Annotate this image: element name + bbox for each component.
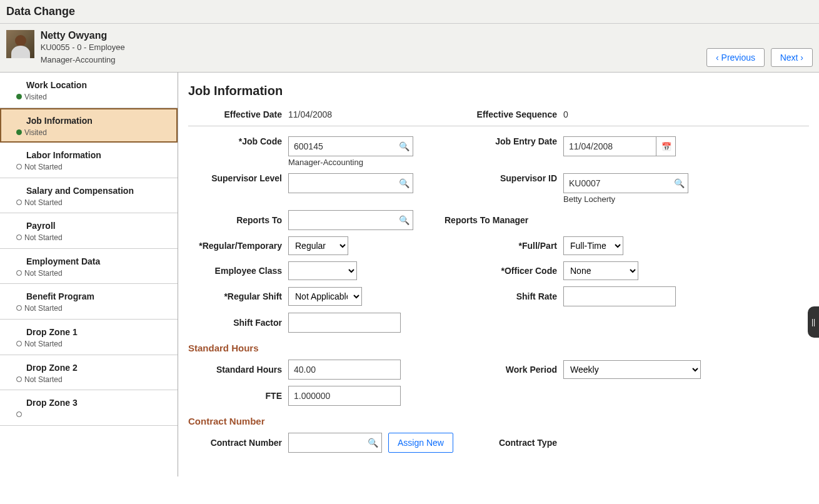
shift-rate-input[interactable] <box>563 286 676 306</box>
status-dot-icon <box>16 376 22 382</box>
shift-factor-input[interactable] <box>288 313 401 333</box>
officer-code-select[interactable]: None <box>563 261 638 280</box>
status-dot-icon <box>16 305 22 311</box>
section-title: Job Information <box>188 84 809 98</box>
avatar <box>6 30 34 58</box>
next-button[interactable]: Next › <box>771 48 813 67</box>
status-dot-icon <box>16 234 22 240</box>
person-job-title: Manager-Accounting <box>41 54 125 66</box>
contract-number-input[interactable] <box>288 433 382 453</box>
supervisor-name: Betty Locherty <box>563 194 701 204</box>
step-title: Drop Zone 1 <box>26 327 166 337</box>
sidebar-step-2[interactable]: Labor InformationNot Started <box>0 143 178 178</box>
effective-seq-label: Effective Sequence <box>445 109 563 119</box>
sidebar-step-9[interactable]: Drop Zone 3 <box>0 390 178 426</box>
regular-temp-label: *Regular/Temporary <box>188 241 288 251</box>
step-status: Visited <box>24 93 47 101</box>
nav-buttons: ‹ Previous Next › <box>703 48 813 67</box>
step-status: Not Started <box>24 340 63 348</box>
sidebar-step-4[interactable]: PayrollNot Started <box>0 213 178 249</box>
assign-new-button[interactable]: Assign New <box>388 433 453 453</box>
previous-button[interactable]: ‹ Previous <box>706 48 765 67</box>
step-title: Drop Zone 3 <box>26 398 166 408</box>
top-bar: Data Change <box>0 0 819 24</box>
chevron-left-icon: ‹ <box>716 53 719 63</box>
reports-to-mgr-label: Reports To Manager <box>445 215 563 225</box>
sidebar-step-3[interactable]: Salary and CompensationNot Started <box>0 178 178 214</box>
sidebar-step-5[interactable]: Employment DataNot Started <box>0 249 178 285</box>
status-dot-icon <box>16 341 22 346</box>
person-id-line: KU0055 - 0 - Employee <box>41 41 125 54</box>
work-period-label: Work Period <box>445 365 563 375</box>
shift-factor-label: Shift Factor <box>188 318 288 328</box>
step-status: Not Started <box>24 163 63 171</box>
full-part-label: *Full/Part <box>445 241 563 251</box>
status-dot-icon <box>16 411 22 417</box>
employee-class-label: Employee Class <box>188 266 288 276</box>
step-status: Visited <box>24 128 47 136</box>
step-status: Not Started <box>24 233 63 242</box>
effective-date-label: Effective Date <box>188 109 288 119</box>
step-title: Payroll <box>26 221 166 231</box>
standard-hours-label: Standard Hours <box>188 365 288 375</box>
previous-label: Previous <box>721 53 755 63</box>
step-status: Not Started <box>24 375 63 383</box>
job-code-label: *Job Code <box>188 136 288 146</box>
fte-label: FTE <box>188 391 288 401</box>
sidebar: Work LocationVisitedJob InformationVisit… <box>0 73 178 476</box>
work-period-select[interactable]: Weekly <box>563 360 701 379</box>
fte-input[interactable] <box>288 386 401 406</box>
regular-temp-select[interactable]: Regular <box>288 236 348 255</box>
step-title: Benefit Program <box>26 291 166 301</box>
sidebar-step-7[interactable]: Drop Zone 1Not Started <box>0 320 178 355</box>
standard-hours-input[interactable] <box>288 360 401 380</box>
step-status: Not Started <box>24 304 63 313</box>
step-title: Work Location <box>26 80 166 90</box>
sidebar-step-8[interactable]: Drop Zone 2Not Started <box>0 355 178 391</box>
page-title: Data Change <box>6 5 813 18</box>
side-panel-handle[interactable]: || <box>808 306 819 338</box>
effective-seq-value: 0 <box>563 109 701 119</box>
status-dot-icon <box>16 199 22 205</box>
supervisor-level-label: Supervisor Level <box>188 173 288 183</box>
status-dot-icon <box>16 94 22 99</box>
step-title: Drop Zone 2 <box>26 363 166 373</box>
status-dot-icon <box>16 270 22 276</box>
officer-code-label: *Officer Code <box>445 266 563 276</box>
employee-class-select[interactable] <box>288 261 357 280</box>
sidebar-step-6[interactable]: Benefit ProgramNot Started <box>0 284 178 320</box>
step-title: Job Information <box>26 116 166 126</box>
next-label: Next <box>780 53 798 63</box>
supervisor-id-label: Supervisor ID <box>445 173 563 183</box>
step-status: Not Started <box>24 268 63 277</box>
standard-hours-heading: Standard Hours <box>188 343 809 353</box>
step-title: Employment Data <box>26 256 166 266</box>
effective-date-value: 11/04/2008 <box>288 109 420 119</box>
person-info: Netty Owyang KU0055 - 0 - Employee Manag… <box>41 30 125 66</box>
regular-shift-select[interactable]: Not Applicable <box>288 287 362 306</box>
reports-to-label: Reports To <box>188 215 288 225</box>
job-code-desc: Manager-Accounting <box>288 158 420 167</box>
shift-rate-label: Shift Rate <box>445 291 563 301</box>
supervisor-level-input[interactable] <box>288 173 413 193</box>
job-entry-date-label: Job Entry Date <box>445 136 563 146</box>
job-code-input[interactable] <box>288 136 413 156</box>
step-status: Not Started <box>24 198 63 206</box>
contract-type-label: Contract Type <box>463 438 563 448</box>
step-title: Labor Information <box>26 150 166 160</box>
person-name: Netty Owyang <box>41 30 125 41</box>
divider <box>188 126 809 126</box>
regular-shift-label: *Regular Shift <box>188 291 288 301</box>
status-dot-icon <box>16 164 22 169</box>
contract-heading: Contract Number <box>188 416 809 426</box>
status-dot-icon <box>16 129 22 135</box>
sidebar-step-0[interactable]: Work LocationVisited <box>0 73 178 108</box>
calendar-icon[interactable]: 📅 <box>656 136 676 156</box>
supervisor-id-input[interactable] <box>563 173 688 193</box>
sidebar-step-1[interactable]: Job InformationVisited <box>0 108 178 143</box>
person-bar: Netty Owyang KU0055 - 0 - Employee Manag… <box>0 24 819 73</box>
step-title: Salary and Compensation <box>26 186 166 196</box>
contract-number-label: Contract Number <box>188 438 288 448</box>
full-part-select[interactable]: Full-Time <box>563 236 623 255</box>
reports-to-input[interactable] <box>288 210 413 230</box>
